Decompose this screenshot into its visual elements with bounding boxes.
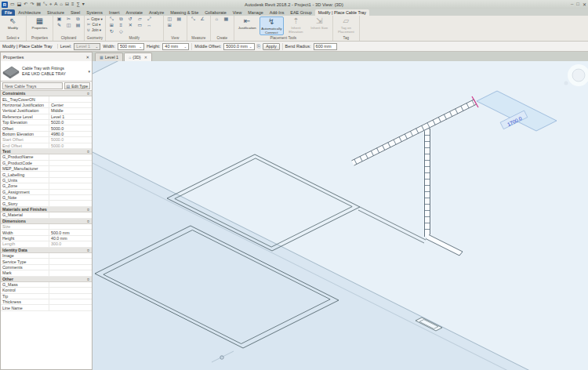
property-value[interactable]: ¤: [85, 277, 92, 281]
property-row[interactable]: Text ¤: [1, 149, 92, 154]
property-row[interactable]: G_Assignment: [1, 190, 92, 195]
apply-button[interactable]: Apply: [263, 43, 279, 50]
property-row[interactable]: G_Labelling: [1, 172, 92, 177]
modify-tool-button[interactable]: ↺: [126, 16, 135, 22]
property-row[interactable]: Start Offset 5000.0: [1, 137, 92, 143]
ribbon-tab[interactable]: Collaborate: [201, 9, 230, 16]
qat-icon[interactable]: ▤: [36, 1, 41, 8]
ribbon-tab[interactable]: Manage: [245, 9, 266, 16]
property-row[interactable]: MEP_Manufacturer: [1, 166, 92, 172]
clipboard-tool-button[interactable]: ✂: [64, 16, 73, 22]
modify-tool-button[interactable]: ↻: [107, 29, 116, 34]
property-value[interactable]: 5000.0: [49, 126, 92, 131]
clipboard-tool-button[interactable]: ◫: [64, 23, 73, 28]
modify-tool-button[interactable]: ↔: [145, 23, 154, 28]
clipboard-tool-button[interactable]: ▣: [55, 16, 64, 22]
view-tool-button[interactable]: ⊞: [165, 23, 174, 28]
property-row[interactable]: Materials and Finishes ¤: [1, 207, 92, 212]
property-row[interactable]: Mark: [1, 270, 92, 276]
ribbon-tab[interactable]: Modify | Place Cable Tray: [315, 9, 369, 16]
property-row[interactable]: G_ProductCode: [1, 161, 92, 166]
property-row[interactable]: End Offset 5000.0: [1, 143, 92, 149]
property-value[interactable]: ¤: [85, 149, 92, 154]
ribbon-tab[interactable]: Insert: [106, 9, 122, 16]
property-row[interactable]: G_Mass: [1, 282, 92, 288]
view-tab-3d[interactable]: ⌂ {3D} ✕: [124, 53, 152, 61]
property-row[interactable]: EL_TrayCoverON: [1, 96, 92, 102]
placement-tool-button[interactable]: ⇲Inherit Size: [308, 16, 331, 30]
property-value[interactable]: Center: [49, 103, 92, 107]
ribbon-tab[interactable]: Systems: [83, 9, 106, 16]
property-row[interactable]: Image: [1, 253, 92, 259]
modify-tool-button[interactable]: ▱: [136, 16, 144, 22]
property-value[interactable]: ¤: [85, 248, 92, 252]
level-select[interactable]: Level 1⌄: [74, 43, 100, 50]
property-value[interactable]: 4980.0: [49, 132, 92, 136]
modify-tool-button[interactable]: ▭: [136, 23, 144, 28]
width-select[interactable]: 500 mm⌄: [118, 43, 144, 50]
modify-tool-button[interactable]: ⊞: [107, 23, 116, 28]
property-row[interactable]: Size: [1, 224, 92, 230]
view-tool-button[interactable]: ▤: [175, 16, 183, 22]
property-row[interactable]: Offset 5000.0: [1, 125, 92, 131]
property-row[interactable]: Dimensions ¤: [1, 219, 92, 224]
property-row[interactable]: Identity Data ¤: [1, 248, 92, 253]
property-row[interactable]: Reference Level Level 1: [1, 114, 92, 120]
ribbon-tab[interactable]: View: [230, 9, 245, 16]
property-value[interactable]: Middle: [49, 108, 92, 113]
property-row[interactable]: G_ProductName: [1, 154, 92, 160]
ribbon-tab[interactable]: Massing & Site: [167, 9, 201, 16]
qat-icon[interactable]: ∑: [76, 1, 79, 8]
property-row[interactable]: Service Type: [1, 259, 92, 264]
cable-tray-riser[interactable]: [425, 126, 430, 237]
property-row[interactable]: G_Material: [1, 212, 92, 218]
qat-icon[interactable]: ↷: [30, 1, 34, 8]
property-value[interactable]: ¤: [85, 219, 92, 223]
modify-tool-button[interactable]: ◇: [117, 29, 125, 34]
property-row[interactable]: Kontrol: [1, 288, 92, 293]
modify-tool-button[interactable]: ≡: [117, 23, 125, 28]
property-row[interactable]: Constraints ¤: [1, 91, 92, 96]
property-value[interactable]: 300.0: [49, 241, 92, 246]
edit-type-button[interactable]: ▤Edit Type: [64, 82, 91, 89]
3d-view[interactable]: 1700.0: [93, 61, 588, 370]
qat-icon[interactable]: ⊟: [65, 1, 69, 8]
property-row[interactable]: Other ¤: [1, 277, 92, 282]
measure-tool-button[interactable]: ⤡: [189, 16, 198, 22]
property-value[interactable]: 5020.0: [49, 120, 92, 125]
property-row[interactable]: G_Units: [1, 178, 92, 183]
edit-offset-icon[interactable]: ⎘: [257, 44, 261, 49]
property-row[interactable]: G_Note: [1, 195, 92, 201]
ribbon-tab[interactable]: Architecture: [15, 9, 44, 16]
close-icon[interactable]: ✕: [144, 55, 147, 60]
property-row[interactable]: Tip: [1, 294, 92, 299]
ribbon-tab[interactable]: Steel: [67, 9, 83, 16]
view-tool-button[interactable]: ◫: [165, 16, 174, 22]
property-row[interactable]: Top Elevation 5020.0: [1, 120, 92, 125]
qat-icon[interactable]: ▾: [82, 1, 85, 8]
placement-tool-button[interactable]: ⇤Justification: [236, 16, 259, 30]
ribbon-tab[interactable]: Structure: [44, 9, 67, 16]
view-tab-level1[interactable]: ▦ Level 1: [95, 53, 123, 61]
geometry-tool-button[interactable]: ∪Join ▾: [86, 27, 102, 33]
property-value[interactable]: 500.0 mm: [49, 230, 92, 235]
ribbon-tab[interactable]: EAE Group: [287, 9, 314, 16]
qat-icon[interactable]: ▭: [10, 1, 15, 8]
clipboard-tool-button[interactable]: ✎: [55, 23, 64, 28]
modify-tool-button[interactable]: ⧉: [117, 16, 125, 22]
tag-tool-button[interactable]: ▱Tag on Placement: [335, 16, 358, 34]
qat-icon[interactable]: ⤡: [43, 1, 47, 8]
property-value[interactable]: Level 1: [49, 114, 92, 119]
properties-palette-header[interactable]: Properties ✕: [0, 52, 93, 61]
drawing-canvas[interactable]: 1700.0: [93, 61, 588, 370]
panel-label-select[interactable]: Select ▾: [2, 35, 24, 41]
modify-tool-button[interactable]: ✕: [126, 23, 135, 28]
property-row[interactable]: G_Zone: [1, 183, 92, 189]
property-value[interactable]: ¤: [85, 91, 92, 96]
ribbon-tab[interactable]: Annotate: [122, 9, 146, 16]
ribbon-tab[interactable]: Add-Ins: [267, 9, 288, 16]
close-icon[interactable]: ✕: [85, 55, 89, 60]
app-menu-button[interactable]: R: [2, 2, 8, 8]
properties-button[interactable]: ▦Properties: [28, 16, 51, 30]
geometry-tool-button[interactable]: ⌐Cope ▾: [86, 16, 103, 22]
